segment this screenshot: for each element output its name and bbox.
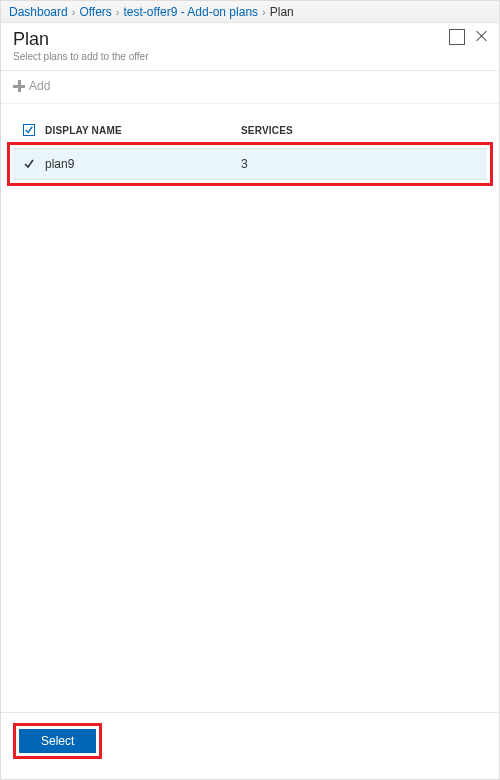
table-row[interactable]: plan9 3 — [13, 148, 487, 180]
check-icon — [23, 158, 35, 170]
page-title: Plan — [13, 29, 487, 50]
chevron-right-icon: › — [116, 6, 120, 18]
row-checkbox[interactable] — [23, 158, 35, 170]
maximize-button[interactable] — [449, 29, 465, 45]
add-button-label: Add — [29, 79, 50, 93]
breadcrumb: Dashboard › Offers › test-offer9 - Add-o… — [1, 1, 499, 23]
close-button[interactable] — [475, 29, 491, 45]
cell-display-name: plan9 — [41, 157, 241, 171]
blade-header: Plan Select plans to add to the offer — [1, 23, 499, 71]
breadcrumb-link-dashboard[interactable]: Dashboard — [9, 5, 68, 19]
highlight-annotation-row: plan9 3 — [7, 142, 493, 186]
column-header-services[interactable]: SERVICES — [241, 125, 483, 136]
toolbar: Add — [1, 71, 499, 104]
breadcrumb-link-offer-addon-plans[interactable]: test-offer9 - Add-on plans — [124, 5, 259, 19]
plans-table: DISPLAY NAME SERVICES plan9 3 — [1, 104, 499, 186]
table-header: DISPLAY NAME SERVICES — [13, 120, 487, 142]
footer: Select — [1, 712, 499, 779]
breadcrumb-link-offers[interactable]: Offers — [79, 5, 111, 19]
select-all-checkbox[interactable] — [23, 124, 35, 136]
add-button[interactable]: Add — [13, 79, 50, 93]
page-subtitle: Select plans to add to the offer — [13, 51, 487, 62]
close-icon — [475, 29, 491, 45]
check-icon — [24, 125, 34, 135]
plus-icon — [13, 80, 25, 92]
breadcrumb-current: Plan — [270, 5, 294, 19]
maximize-icon — [449, 29, 465, 45]
highlight-annotation-select: Select — [13, 723, 102, 759]
chevron-right-icon: › — [262, 6, 266, 18]
select-button[interactable]: Select — [19, 729, 96, 753]
cell-services: 3 — [241, 157, 483, 171]
column-header-display-name[interactable]: DISPLAY NAME — [41, 125, 241, 136]
chevron-right-icon: › — [72, 6, 76, 18]
